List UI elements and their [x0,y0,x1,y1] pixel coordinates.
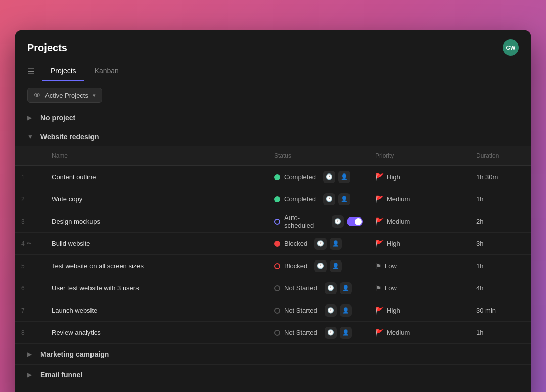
task-priority[interactable]: 🚩Medium [369,217,470,226]
clock-icon[interactable]: 🕐 [314,260,327,272]
task-number: 2 [15,196,46,203]
table-header: Name Status Priority Duration [15,146,531,166]
priority-flag-icon: 🚩 [375,329,384,337]
status-text: Not Started [284,329,317,336]
task-name: Write copy [46,195,268,203]
chevron-right-icon: ▶ [27,114,35,121]
clock-icon[interactable]: 🕐 [325,282,337,294]
assignee-icon[interactable]: 👤 [338,193,350,205]
task-duration: 3h [470,240,531,247]
task-status[interactable]: Completed🕐👤 [268,171,369,183]
status-text: Auto-scheduled [284,214,325,229]
priority-flag-icon: 🚩 [375,173,384,181]
clock-icon[interactable]: 🕐 [323,193,335,205]
filter-label: Active Projects [45,92,88,99]
status-dot [274,330,280,336]
clock-icon[interactable]: 🕐 [325,304,337,317]
task-status[interactable]: Not Started🕐👤 [268,304,369,317]
task-priority[interactable]: ⚑Low [369,262,470,270]
chevron-right-icon: ▶ [27,371,35,378]
task-status[interactable]: Not Started🕐👤 [268,282,369,294]
task-number: 8 [15,329,46,336]
chevron-down-icon: ▼ [27,133,35,140]
task-priority[interactable]: 🚩Medium [369,195,470,203]
priority-flag-icon: 🚩 [375,217,384,226]
task-duration: 30 min [470,307,531,314]
table-row[interactable]: 2Write copyCompleted🕐👤🚩Medium1h [15,188,531,210]
task-status[interactable]: Blocked🕐👤 [268,260,369,272]
task-duration: 1h [470,329,531,336]
assignee-icon[interactable]: 👤 [338,171,350,183]
clock-icon[interactable]: 🕐 [314,238,327,250]
table-row[interactable]: 1Content outlineCompleted🕐👤🚩High1h 30m [15,166,531,188]
priority-text: Low [385,262,397,270]
task-status[interactable]: Blocked🕐👤 [268,238,369,250]
assignee-icon[interactable]: 👤 [340,282,352,294]
task-priority[interactable]: ⚑Low [369,284,470,292]
priority-text: High [387,240,400,247]
auto-schedule-toggle[interactable] [347,217,363,226]
table-row[interactable]: 7Launch websiteNot Started🕐👤🚩High30 min [15,299,531,322]
assignee-icon[interactable]: 👤 [340,327,352,339]
status-dot [274,219,280,225]
task-priority[interactable]: 🚩High [369,173,470,181]
task-duration: 1h 30m [470,173,531,181]
table-row[interactable]: 6User test website with 3 usersNot Start… [15,277,531,299]
status-text: Blocked [284,240,307,247]
assignee-icon[interactable]: 👤 [330,238,342,250]
table-row[interactable]: 8Review analyticsNot Started🕐👤🚩Medium1h [15,322,531,344]
group-label: Email funnel [40,371,82,379]
menu-icon[interactable]: ☰ [23,63,38,80]
page-title: Projects [27,42,67,54]
task-priority[interactable]: 🚩Medium [369,329,470,337]
col-header-priority: Priority [369,149,470,162]
table-row[interactable]: 3Design mockupsAuto-scheduled🕐🚩Medium2h [15,210,531,233]
task-name: Design mockups [46,217,268,225]
priority-flag-icon: ⚑ [375,262,382,270]
table-row[interactable]: 4✏Build websiteBlocked🕐👤🚩High3h [15,233,531,255]
table-row[interactable]: 5Test website on all screen sizesBlocked… [15,255,531,277]
group-row-email-funnel[interactable]: ▶ Email funnel [15,365,531,385]
status-text: Completed [284,195,316,203]
task-status[interactable]: Auto-scheduled🕐 [268,214,369,229]
header: Projects GW [15,30,531,62]
task-status[interactable]: Not Started🕐👤 [268,327,369,339]
priority-text: Medium [387,195,410,203]
group-row-ad-design[interactable]: ▶ Ad design campaign [15,385,531,392]
task-number: 5 [15,263,46,270]
group-row-marketing[interactable]: ▶ Marketing campaign [15,344,531,365]
task-name: Content outline [46,173,268,181]
assignee-icon[interactable]: 👤 [340,304,352,317]
toolbar: 👁 Active Projects ▾ [15,81,531,109]
chevron-down-icon: ▾ [93,92,96,99]
task-number: 7 [15,307,46,314]
filter-button[interactable]: 👁 Active Projects ▾ [27,88,102,103]
tab-kanban[interactable]: Kanban [86,62,127,81]
avatar[interactable]: GW [503,39,519,56]
app-window: Projects GW ☰ Projects Kanban 👁 Active P… [15,30,531,392]
task-number: 1 [15,173,46,181]
group-row-website-redesign[interactable]: ▼ Website redesign [15,127,531,146]
priority-text: High [387,307,400,314]
status-text: Completed [284,173,316,181]
task-number: 4✏ [15,240,46,247]
status-text: Not Started [284,284,317,292]
content: ▶ No project ▼ Website redesign Name Sta… [15,109,531,392]
task-name: Build website [46,240,268,247]
tab-projects[interactable]: Projects [42,62,84,81]
group-row-no-project[interactable]: ▶ No project [15,109,531,127]
task-list: 1Content outlineCompleted🕐👤🚩High1h 30m2W… [15,166,531,344]
status-dot [274,263,280,269]
clock-icon[interactable]: 🕐 [332,215,344,228]
clock-icon[interactable]: 🕐 [323,171,335,183]
clock-icon[interactable]: 🕐 [325,327,337,339]
task-status[interactable]: Completed🕐👤 [268,193,369,205]
assignee-icon[interactable]: 👤 [330,260,342,272]
task-name: Test website on all screen sizes [46,262,268,270]
task-duration: 1h [470,262,531,270]
col-header-status: Status [268,149,369,162]
task-priority[interactable]: 🚩High [369,307,470,315]
task-number: 6 [15,285,46,292]
status-dot [274,196,280,202]
task-priority[interactable]: 🚩High [369,240,470,248]
